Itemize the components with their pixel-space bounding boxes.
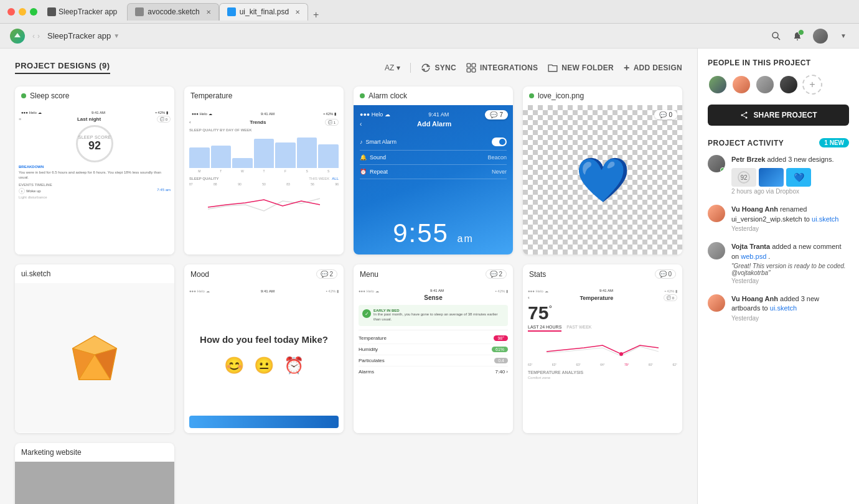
comment-badge-menu: 💬2 (486, 269, 507, 279)
person-avatar-3[interactable] (755, 75, 775, 95)
share-icon (739, 111, 748, 119)
content-area: PROJECT DESIGNS (9) AZ ▾ SYNC (0, 49, 697, 504)
card-preview-mood: ●●● Helo ☁ 9:41 AM ▪ 42% ▮ How do you fe… (184, 284, 344, 433)
close-button[interactable] (7, 8, 15, 16)
folder-icon (548, 63, 558, 73)
alarm-time-display: 9:55 am (393, 218, 474, 248)
share-project-button[interactable]: SHARE PROJECT (708, 105, 849, 126)
activity-item-2: Vu Hoang Anh renamed ui_version2_wip.ske… (708, 205, 849, 232)
notifications-button[interactable] (792, 30, 803, 42)
comment-badge-stats: 💬0 (655, 269, 676, 279)
nav-back[interactable]: ‹ › (32, 32, 40, 40)
heart-symbol: 💙 (576, 158, 630, 202)
person-avatar-2[interactable] (731, 75, 751, 95)
tab-avocode[interactable]: avocode.sketch ✕ (127, 3, 218, 21)
card-preview-ui-sketch (15, 283, 174, 432)
activity-content-4: Vu Hoang Anh added 3 new artboards to ui… (731, 294, 849, 322)
search-button[interactable] (771, 30, 782, 42)
card-label-temperature: Temperature (184, 86, 344, 105)
tab-close-ui-kit[interactable]: ✕ (295, 9, 300, 16)
people-section-title: PEOPLE IN THIS PROJECT (708, 58, 849, 67)
activity-content-1: Petr Brzek added 3 new designs. 92 💙 2 h… (731, 155, 849, 195)
avocode-icon (135, 7, 144, 16)
design-card-stats[interactable]: Stats 💬0 ●●● Helo ☁ 9:41 AM ▪ 42% ▮ ‹ (523, 264, 682, 433)
new-folder-button[interactable]: NEW FOLDER (548, 63, 614, 73)
neutral-icon[interactable]: 😐 (254, 356, 274, 375)
add-design-button[interactable]: + ADD DESIGN (624, 62, 682, 73)
card-preview-menu: ●●● Helo ☁ 9:41 AM ▪ 42% ▮ Sense ✓ EARLY… (354, 284, 513, 433)
love-active-dot (529, 93, 534, 98)
new-tab-button[interactable]: + (308, 9, 324, 21)
toolbar-actions: AZ ▾ SYNC (385, 62, 682, 73)
svg-line-1 (777, 37, 780, 40)
svg-point-15 (746, 117, 748, 119)
add-person-button[interactable]: + (802, 75, 822, 95)
integrations-button[interactable]: INTEGRATIONS (466, 63, 538, 73)
breadcrumb-chevron[interactable]: ▼ (113, 32, 120, 39)
tab-avocode-label: avocode.sketch (148, 7, 199, 16)
sync-button[interactable]: SYNC (421, 63, 456, 73)
card-preview-temperature: ●●● Helo ☁ 9:41 AM ▪ 42% ▮ ‹ Trends 💬 1 … (184, 105, 344, 254)
alarm-active-dot (360, 93, 365, 98)
activity-item-4: Vu Hoang Anh added 3 new artboards to ui… (708, 294, 849, 322)
design-card-love-icon[interactable]: love_icon.png 💬0 💙 (523, 86, 682, 254)
address-bar: ‹ › SleepTracker app ▼ ▼ (0, 24, 859, 49)
project-title: PROJECT DESIGNS (9) (15, 61, 110, 74)
activity-thumbs: 92 💙 (731, 168, 849, 187)
activity-content-2: Vu Hoang Anh renamed ui_version2_wip.ske… (731, 205, 849, 232)
design-card-sleep-score[interactable]: Sleep score ●●● Helo ☁ 9:41 AM ▪ 42% ▮ ≡… (15, 86, 174, 254)
card-label-menu: Menu 💬2 (354, 264, 513, 284)
psd-icon (227, 7, 236, 16)
tab-close-avocode[interactable]: ✕ (206, 9, 211, 16)
svg-rect-6 (472, 68, 476, 72)
card-preview-marketing (15, 462, 174, 504)
tab-ui-kit-label: ui_kit_final.psd (240, 7, 289, 16)
smart-alarm-toggle[interactable] (492, 138, 507, 146)
card-label-alarm-clock: Alarm clock (354, 86, 513, 105)
card-preview-stats: ●●● Helo ☁ 9:41 AM ▪ 42% ▮ ‹ Temperature… (523, 284, 682, 433)
sleep-score-circle: SLEEP SCORE 92 (76, 125, 113, 162)
tab-ui-kit[interactable]: ui_kit_final.psd ✕ (219, 3, 308, 21)
activity-item-3: Vojta Tranta added a new comment on web.… (708, 242, 849, 284)
card-preview-love-icon: 💬0 💙 (523, 105, 682, 254)
card-label-love-icon: love_icon.png (523, 86, 682, 105)
activity-time-4: Yesterday (731, 315, 849, 322)
activity-time-1: 2 hours ago via Dropbox (731, 188, 849, 195)
card-label-marketing: Marketing website (15, 443, 174, 462)
alarm-emoji-icon[interactable]: ⏰ (284, 356, 304, 375)
main-layout: PROJECT DESIGNS (9) AZ ▾ SYNC (0, 49, 859, 504)
active-dot (21, 93, 26, 98)
activity-avatar-4 (708, 294, 725, 312)
person-avatar-4[interactable] (779, 75, 799, 95)
address-bar-icons: ▼ (771, 29, 849, 44)
activity-content-3: Vojta Tranta added a new comment on web.… (731, 242, 849, 284)
design-grid: Sleep score ●●● Helo ☁ 9:41 AM ▪ 42% ▮ ≡… (15, 86, 682, 504)
sketch-diamond-icon (67, 333, 123, 383)
design-card-mood[interactable]: Mood 💬2 ●●● Helo ☁ 9:41 AM ▪ 42% ▮ How d… (184, 264, 344, 433)
avocode-logo (10, 29, 25, 44)
activity-time-3: Yesterday (731, 278, 849, 284)
stats-line-chart (528, 334, 677, 359)
person-avatar-1[interactable] (708, 75, 728, 95)
svg-point-2 (797, 39, 798, 40)
design-card-temperature[interactable]: Temperature ●●● Helo ☁ 9:41 AM ▪ 42% ▮ ‹… (184, 86, 344, 254)
svg-point-13 (741, 114, 743, 116)
design-card-alarm-clock[interactable]: Alarm clock 💬7 ●●● Helo ☁ 9:41 AM ▪ 42% … (354, 86, 513, 254)
happy-icon[interactable]: 😊 (224, 356, 244, 375)
design-card-ui-sketch[interactable]: ui.sketch (15, 264, 174, 433)
sort-button[interactable]: AZ ▾ (385, 63, 400, 72)
new-activity-badge: 1 NEW (819, 138, 849, 147)
user-avatar[interactable] (813, 29, 828, 44)
svg-rect-5 (467, 68, 471, 72)
design-card-marketing[interactable]: Marketing website (15, 443, 174, 504)
people-row: + (708, 75, 849, 95)
phone-status: ●●● Helo ☁ 9:41 AM ▪ 42% ▮ (19, 109, 171, 116)
activity-avatar-2 (708, 205, 725, 222)
user-menu-chevron[interactable]: ▼ (838, 30, 849, 42)
tabs-container: avocode.sketch ✕ ui_kit_final.psd ✕ + (127, 3, 324, 21)
content-header: PROJECT DESIGNS (9) AZ ▾ SYNC (15, 61, 682, 74)
comment-badge-alarm: 💬7 (485, 110, 508, 119)
minimize-button[interactable] (19, 8, 26, 16)
maximize-button[interactable] (30, 8, 37, 16)
design-card-menu[interactable]: Menu 💬2 ●●● Helo ☁ 9:41 AM ▪ 42% ▮ Sense (354, 264, 513, 433)
